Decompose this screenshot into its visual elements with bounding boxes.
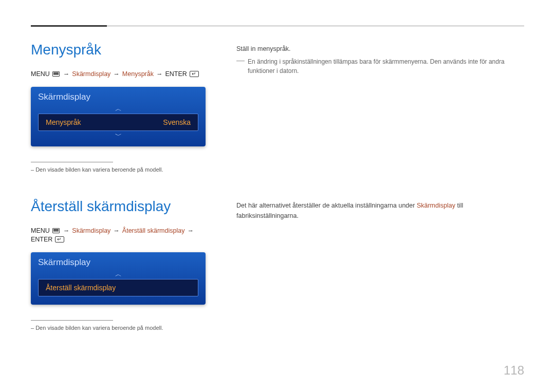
osd-menu-title: Skärmdisplay [38, 257, 198, 268]
menu-icon [52, 71, 60, 77]
description-note: En ändring i språkinställningen tillämpa… [248, 57, 524, 76]
breadcrumb-arrow: → [187, 227, 194, 234]
page-header-rule [31, 26, 524, 26]
breadcrumb-arrow: → [63, 70, 70, 78]
menu-icon [52, 228, 60, 233]
description-text: Det här alternativet återställer de aktu… [236, 200, 524, 221]
chevron-down-icon[interactable]: ﹀ [38, 132, 198, 139]
header-accent [31, 25, 107, 27]
osd-menu-card: Skärmdisplay ︿ Menyspråk Svenska ﹀ [31, 87, 206, 146]
chevron-up-icon[interactable]: ︿ [38, 271, 198, 278]
section-menysprak: Menyspråk MENU → Skärmdisplay → Menysprå… [31, 42, 524, 173]
breadcrumb-enter-label: ENTER [165, 70, 187, 78]
breadcrumb: MENU → Skärmdisplay → Menyspråk → ENTER [31, 70, 206, 78]
breadcrumb: MENU → Skärmdisplay → Återställ skärmdis… [31, 227, 206, 243]
osd-menu-card: Skärmdisplay ︿ Återställ skärmdisplay [31, 252, 206, 305]
breadcrumb-menu-label: MENU [31, 227, 50, 234]
section-title: Menyspråk [31, 42, 206, 58]
breadcrumb-arrow: → [156, 70, 163, 78]
section-title: Återställ skärmdisplay [31, 198, 206, 215]
breadcrumb-arrow: → [113, 70, 120, 78]
osd-item-value: Svenska [163, 118, 191, 126]
description-highlight: Skärmdisplay [417, 202, 455, 209]
breadcrumb-item: Skärmdisplay [72, 227, 110, 234]
page-number: 118 [504, 363, 524, 378]
breadcrumb-menu-label: MENU [31, 70, 50, 78]
footnote-rule [31, 162, 113, 162]
note-dash-icon: ― [236, 57, 245, 76]
description-intro: Ställ in menyspråk. [236, 44, 524, 54]
breadcrumb-item: Skärmdisplay [72, 70, 110, 78]
breadcrumb-item: Menyspråk [122, 70, 154, 78]
breadcrumb-arrow: → [113, 227, 120, 234]
footnote-rule [31, 320, 113, 321]
enter-icon [190, 71, 199, 77]
enter-icon [55, 236, 64, 242]
footnote-text: – Den visade bilden kan variera beroende… [31, 166, 206, 173]
description-part: Det här alternativet återställer de aktu… [236, 202, 417, 209]
osd-menu-title: Skärmdisplay [38, 92, 198, 102]
osd-item-label: Återställ skärmdisplay [46, 284, 116, 292]
osd-menu-item-aterstall[interactable]: Återställ skärmdisplay [38, 279, 198, 296]
breadcrumb-enter-label: ENTER [31, 236, 52, 243]
osd-menu-item-menysprak[interactable]: Menyspråk Svenska [38, 114, 198, 131]
section-aterstall: Återställ skärmdisplay MENU → Skärmdispl… [31, 198, 524, 331]
breadcrumb-item: Återställ skärmdisplay [122, 227, 185, 234]
breadcrumb-arrow: → [63, 227, 70, 234]
chevron-up-icon[interactable]: ︿ [38, 105, 198, 113]
osd-item-label: Menyspråk [46, 118, 81, 126]
footnote-text: – Den visade bilden kan variera beroende… [31, 325, 206, 331]
